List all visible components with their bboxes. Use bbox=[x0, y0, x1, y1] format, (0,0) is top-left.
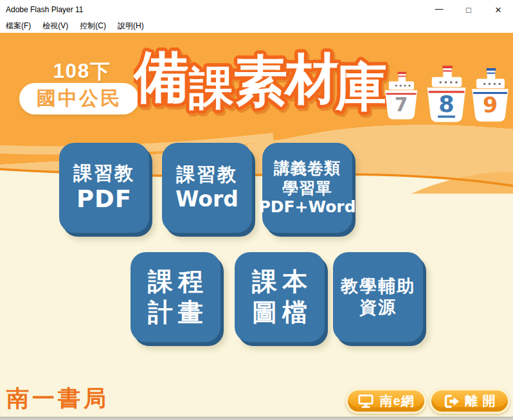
flash-stage: 108下 國中公民 備 課 素 材 庫 7 bbox=[0, 33, 513, 417]
button-textbook-images[interactable]: 課本 圖檔 bbox=[235, 252, 325, 342]
title-char-5: 庫 bbox=[335, 57, 387, 117]
button-curriculum-plan[interactable]: 課程 計畫 bbox=[130, 252, 221, 342]
menu-view[interactable]: 檢視(V) bbox=[37, 19, 74, 33]
monitor-icon bbox=[357, 394, 374, 409]
grade-9-boat-button[interactable]: 9 bbox=[470, 66, 510, 124]
button-label-line: 教學輔助 bbox=[341, 276, 415, 297]
button-label-line: 課習教 bbox=[73, 162, 135, 185]
button-label-line: 課本 bbox=[247, 266, 312, 297]
nan-e-web-button[interactable]: 南e網 bbox=[346, 388, 426, 414]
menu-bar: 檔案(F) 檢視(V) 控制(C) 說明(H) bbox=[0, 19, 513, 33]
minimize-button[interactable]: — bbox=[424, 0, 454, 19]
button-label-line: Word bbox=[176, 187, 239, 212]
window-controls: — □ ✕ bbox=[424, 0, 513, 19]
button-label-line: 圖檔 bbox=[247, 297, 312, 328]
nan-e-web-label: 南e網 bbox=[379, 392, 414, 410]
title-bar: Adobe Flash Player 11 — □ ✕ bbox=[0, 0, 513, 19]
title-char-4: 材 bbox=[284, 47, 339, 110]
button-keshijiao-word[interactable]: 課習教 Word bbox=[162, 143, 252, 233]
window-title: Adobe Flash Player 11 bbox=[0, 5, 424, 14]
semester-label: 108下 bbox=[31, 58, 134, 85]
title-char-2: 課 bbox=[188, 62, 234, 114]
button-label-line: 課程 bbox=[143, 266, 208, 297]
button-worksheets-pdf-word[interactable]: 講義卷類 學習單 PDF+Word bbox=[262, 143, 352, 233]
button-label-line: 學習單 bbox=[282, 178, 332, 198]
button-label-line: 課習教 bbox=[176, 163, 238, 186]
subject-badge: 國中公民 bbox=[19, 83, 139, 114]
exit-icon bbox=[443, 394, 460, 409]
menu-control[interactable]: 控制(C) bbox=[74, 19, 112, 33]
grade-7-number: 7 bbox=[395, 94, 408, 116]
grade-8-boat-button-selected[interactable]: 8 bbox=[425, 64, 468, 125]
grade-9-number: 9 bbox=[483, 93, 498, 118]
grade-8-number: 8 bbox=[438, 91, 454, 117]
selected-underline bbox=[438, 116, 455, 118]
button-label-line: PDF bbox=[76, 185, 132, 214]
menu-file[interactable]: 檔案(F) bbox=[0, 19, 37, 33]
button-label-line: 計畫 bbox=[143, 297, 208, 328]
title-char-1: 備 bbox=[134, 44, 189, 109]
button-label-line: PDF+Word bbox=[258, 197, 356, 217]
close-button[interactable]: ✕ bbox=[483, 0, 513, 19]
nani-publisher-logo: 南一書局 bbox=[6, 383, 109, 414]
window-bottom-border bbox=[0, 417, 513, 420]
grade-7-boat-button[interactable]: 7 bbox=[383, 70, 419, 122]
button-teaching-aid-resources[interactable]: 教學輔助 資源 bbox=[333, 252, 423, 342]
maximize-button[interactable]: □ bbox=[454, 0, 483, 19]
exit-button[interactable]: 離 開 bbox=[429, 388, 510, 414]
button-label-line: 資源 bbox=[359, 297, 397, 318]
button-label-line: 講義卷類 bbox=[274, 158, 341, 178]
button-keshijiao-pdf[interactable]: 課習教 PDF bbox=[59, 143, 149, 233]
page-title: 備 課 素 材 庫 bbox=[134, 37, 388, 123]
title-char-3: 素 bbox=[233, 50, 287, 113]
menu-help[interactable]: 說明(H) bbox=[112, 19, 150, 33]
exit-label: 離 開 bbox=[465, 392, 496, 410]
